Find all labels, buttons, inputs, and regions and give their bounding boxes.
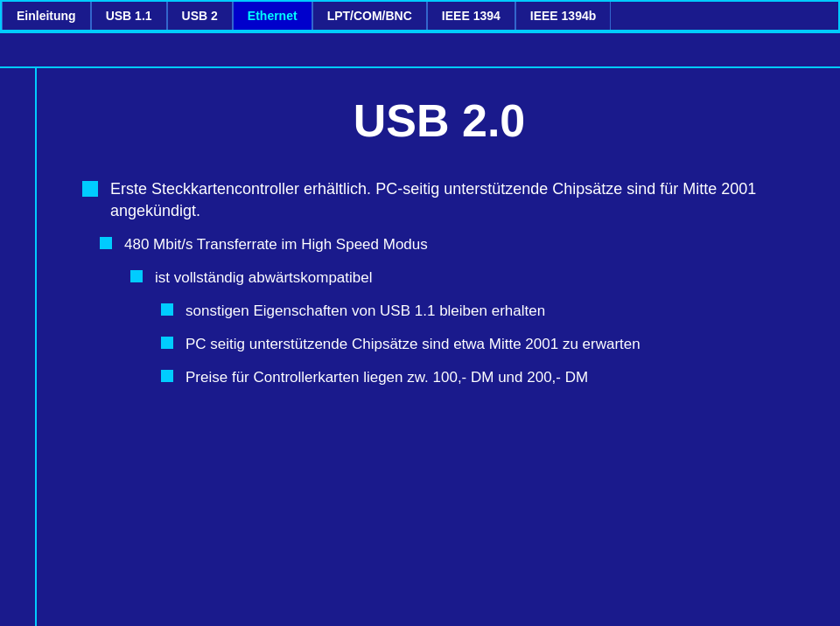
bullet-icon xyxy=(100,237,112,249)
bullet-icon xyxy=(161,303,173,316)
bullet-list: Erste Steckkartencontroller erhältlich. … xyxy=(82,178,796,387)
navbar-wrapper: EinleitungUSB 1.1USB 2EthernetLPT/COM/BN… xyxy=(0,0,840,31)
nav-item-2[interactable]: USB 2 xyxy=(167,2,233,30)
nav-item-5[interactable]: IEEE 1394 xyxy=(427,2,515,30)
bullet-icon xyxy=(161,337,173,349)
bullet-text: Preise für Controllerkarten liegen zw. 1… xyxy=(186,367,588,388)
bullet-icon xyxy=(82,181,98,197)
bullet-item: PC seitig unterstützende Chipsätze sind … xyxy=(161,334,796,355)
bullet-text: sonstigen Eigenschaften von USB 1.1 blei… xyxy=(186,301,545,322)
page-container: USB 2.0 Erste Steckkartencontroller erhä… xyxy=(0,31,840,626)
bullet-item: 480 Mbit/s Transferrate im High Speed Mo… xyxy=(100,234,796,255)
bullet-item: sonstigen Eigenschaften von USB 1.1 blei… xyxy=(161,301,796,322)
bullet-text: 480 Mbit/s Transferrate im High Speed Mo… xyxy=(124,234,428,255)
bullet-item: Preise für Controllerkarten liegen zw. 1… xyxy=(161,367,796,388)
navbar: EinleitungUSB 1.1USB 2EthernetLPT/COM/BN… xyxy=(2,2,838,30)
bullet-item: ist vollständig abwärtskompatibel xyxy=(130,268,796,289)
left-sidebar xyxy=(0,68,37,626)
slide-title: USB 2.0 xyxy=(82,94,796,147)
bullet-text: Erste Steckkartencontroller erhältlich. … xyxy=(110,178,796,222)
bullet-text: PC seitig unterstützende Chipsätze sind … xyxy=(186,334,640,355)
nav-item-3[interactable]: Ethernet xyxy=(233,2,312,30)
bullet-icon xyxy=(161,370,173,382)
nav-item-1[interactable]: USB 1.1 xyxy=(91,2,167,30)
bullet-text: ist vollständig abwärtskompatibel xyxy=(155,268,373,289)
bullet-item: Erste Steckkartencontroller erhältlich. … xyxy=(82,178,796,222)
bullet-icon xyxy=(130,270,143,282)
nav-item-4[interactable]: LPT/COM/BNC xyxy=(312,2,427,30)
nav-item-6[interactable]: IEEE 1394b xyxy=(515,2,612,30)
navbar xyxy=(0,31,840,68)
nav-item-0[interactable]: Einleitung xyxy=(2,2,91,30)
main-content: USB 2.0 Erste Steckkartencontroller erhä… xyxy=(38,68,840,626)
